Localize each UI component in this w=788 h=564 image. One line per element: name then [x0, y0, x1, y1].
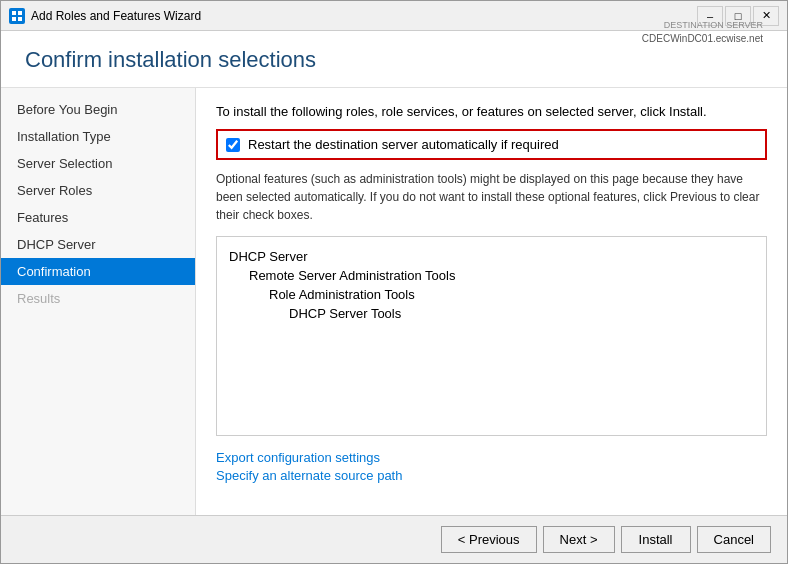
window-title: Add Roles and Features Wizard [31, 9, 697, 23]
sidebar: Before You Begin Installation Type Serve… [1, 88, 196, 515]
destination-server-name: CDECWinDC01.ecwise.net [642, 33, 763, 44]
restart-checkbox[interactable] [226, 138, 240, 152]
header-section: DESTINATION SERVER CDECWinDC01.ecwise.ne… [1, 31, 787, 88]
feature-dhcp-server: DHCP Server [229, 247, 754, 266]
svg-rect-2 [12, 17, 16, 21]
sidebar-item-features[interactable]: Features [1, 204, 195, 231]
destination-label: DESTINATION SERVER [642, 19, 763, 32]
feature-dhcp-server-tools: DHCP Server Tools [229, 304, 754, 323]
export-config-link[interactable]: Export configuration settings [216, 450, 767, 465]
svg-rect-3 [18, 17, 22, 21]
restart-checkbox-container: Restart the destination server automatic… [216, 129, 767, 160]
footer: < Previous Next > Install Cancel [1, 515, 787, 563]
previous-button[interactable]: < Previous [441, 526, 537, 553]
install-button[interactable]: Install [621, 526, 691, 553]
sidebar-item-results: Results [1, 285, 195, 312]
sidebar-item-dhcp-server[interactable]: DHCP Server [1, 231, 195, 258]
sidebar-item-before-you-begin[interactable]: Before You Begin [1, 96, 195, 123]
footer-wrapper: < Previous Next > Install Cancel [1, 515, 787, 563]
svg-rect-0 [12, 11, 16, 15]
feature-remote-admin-tools: Remote Server Administration Tools [229, 266, 754, 285]
sidebar-item-server-roles[interactable]: Server Roles [1, 177, 195, 204]
cancel-button[interactable]: Cancel [697, 526, 771, 553]
sidebar-item-confirmation[interactable]: Confirmation [1, 258, 195, 285]
restart-checkbox-label[interactable]: Restart the destination server automatic… [248, 137, 559, 152]
feature-role-admin-tools: Role Administration Tools [229, 285, 754, 304]
next-button[interactable]: Next > [543, 526, 615, 553]
main-content: To install the following roles, role ser… [196, 88, 787, 515]
content-area: Before You Begin Installation Type Serve… [1, 88, 787, 515]
links-section: Export configuration settings Specify an… [216, 450, 767, 483]
optional-text: Optional features (such as administratio… [216, 170, 767, 224]
destination-server-info: DESTINATION SERVER CDECWinDC01.ecwise.ne… [642, 19, 763, 46]
sidebar-item-server-selection[interactable]: Server Selection [1, 150, 195, 177]
page-title: Confirm installation selections [25, 47, 763, 73]
app-icon [9, 8, 25, 24]
features-box: DHCP Server Remote Server Administration… [216, 236, 767, 436]
svg-rect-1 [18, 11, 22, 15]
instruction-text: To install the following roles, role ser… [216, 104, 767, 119]
sidebar-item-installation-type[interactable]: Installation Type [1, 123, 195, 150]
alternate-source-link[interactable]: Specify an alternate source path [216, 468, 767, 483]
main-window: Add Roles and Features Wizard – □ ✕ DEST… [0, 0, 788, 564]
